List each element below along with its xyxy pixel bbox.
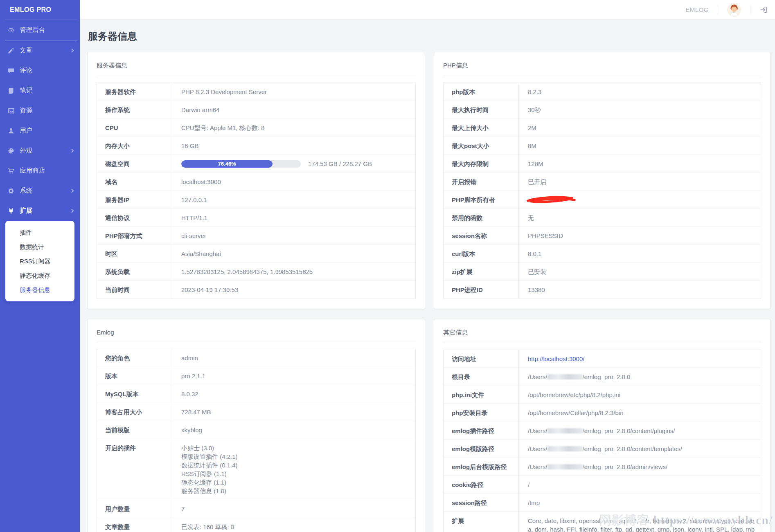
sidebar-item-extensions[interactable]: 扩展 <box>0 201 80 221</box>
sidebar-item-notes[interactable]: 笔记 <box>0 81 80 101</box>
row-value: 无 <box>519 209 761 227</box>
cart-icon <box>7 167 15 175</box>
row-label: 系统负载 <box>97 263 172 281</box>
table-row: 用户数量7 <box>97 500 416 518</box>
row-label: 服务器软件 <box>97 83 172 101</box>
plugin-list-item: 服务器信息 (1.0) <box>181 487 410 495</box>
row-label: 扩展 <box>444 512 519 532</box>
blurred-text <box>547 446 583 451</box>
sidebar-item-store[interactable]: 应用商店 <box>0 161 80 181</box>
row-value: Core, date, libxml, openssl, pcre, sqlit… <box>519 512 761 532</box>
sidebar-item-label: 资源 <box>20 106 32 115</box>
sidebar-item-system[interactable]: 系统 <box>0 181 80 201</box>
sidebar-item-label: 系统 <box>20 186 32 195</box>
table-row: 磁盘空间76.46%174.53 GB / 228.27 GB <box>97 155 416 173</box>
table-row: PHP部署方式cli-server <box>97 227 416 245</box>
sidebar-item-label: 评论 <box>20 66 32 75</box>
row-label: emlog模版路径 <box>444 440 519 458</box>
card-title: 服务器信息 <box>97 59 416 76</box>
path-suffix: /emlog_pro_2.0.0/content/templates/ <box>583 445 683 452</box>
row-value: HTTP/1.1 <box>172 209 416 227</box>
row-value: 小贴士 (3.0)模版设置插件 (4.2.1)数据统计插件 (0.1.4)RSS… <box>172 439 416 500</box>
submenu-item-static-cache[interactable]: 静态化缓存 <box>5 268 74 283</box>
row-value: /opt/homebrew/etc/php/8.2/php.ini <box>519 386 761 404</box>
table-row: emlog插件路径/Users//emlog_pro_2.0.0/content… <box>444 422 761 440</box>
sidebar-item-label: 文章 <box>20 46 32 55</box>
row-value: /Users//emlog_pro_2.0.0/admin/views/ <box>519 458 761 476</box>
table-row: 根目录/Users//emlog_pro_2.0.0 <box>444 368 761 386</box>
row-label: 开启的插件 <box>97 439 172 500</box>
row-value: 已开启 <box>519 173 761 191</box>
row-value: /Users//emlog_pro_2.0.0/content/template… <box>519 440 761 458</box>
app-logo: EMLOG PRO <box>0 0 80 20</box>
table-row: php版本8.2.3 <box>444 83 761 101</box>
progress-fill: 76.46% <box>181 160 273 168</box>
row-label: curl版本 <box>444 245 519 263</box>
row-label: 您的角色 <box>97 349 172 367</box>
row-label: 最大post大小 <box>444 137 519 155</box>
chevron-right-icon <box>70 209 74 213</box>
sidebar-item-resources[interactable]: 资源 <box>0 101 80 121</box>
row-value: 8.2.3 <box>519 83 761 101</box>
sidebar-item-dashboard[interactable]: 管理后台 <box>0 20 80 40</box>
logout-icon[interactable] <box>759 6 768 14</box>
sidebar-item-posts[interactable]: 文章 <box>0 40 80 61</box>
row-label: session名称 <box>444 227 519 245</box>
row-value: 已发表: 160 草稿: 0 <box>172 518 416 532</box>
row-label: 根目录 <box>444 368 519 386</box>
user-avatar[interactable] <box>727 3 741 17</box>
submenu-item-rss[interactable]: RSS订阅器 <box>5 254 74 268</box>
row-value: Asia/Shanghai <box>172 245 416 263</box>
path-suffix: /emlog_pro_2.0.0/admin/views/ <box>583 463 668 470</box>
plugin-list-item: 静态化缓存 (1.1) <box>181 478 410 487</box>
sidebar-submenu: 插件数据统计RSS订阅器静态化缓存服务器信息 <box>5 221 74 301</box>
blurred-text <box>547 464 583 469</box>
sidebar-item-appearance[interactable]: 外观 <box>0 141 80 161</box>
row-label: 禁用的函数 <box>444 209 519 227</box>
row-label: 操作系统 <box>97 101 172 119</box>
plugin-list: 小贴士 (3.0)模版设置插件 (4.2.1)数据统计插件 (0.1.4)RSS… <box>181 444 410 495</box>
card-emlog: Emlog您的角色admin版本pro 2.1.1MySQL版本8.0.32博客… <box>87 319 425 532</box>
row-value: 8M <box>519 137 761 155</box>
submenu-item-stats[interactable]: 数据统计 <box>5 240 74 254</box>
row-value: xkyblog <box>172 421 416 439</box>
card-other-info: 其它信息访问地址http://localhost:3000/根目录/Users/… <box>434 319 770 532</box>
site-home-link[interactable]: EMLOG <box>685 6 709 13</box>
row-value: 13380 <box>519 281 761 299</box>
row-label: 时区 <box>97 245 172 263</box>
row-label: 版本 <box>97 367 172 385</box>
table-row: 最大执行时间30秒 <box>444 101 761 119</box>
info-table: 您的角色admin版本pro 2.1.1MySQL版本8.0.32博客占用大小7… <box>97 349 416 532</box>
redaction-scribble-icon <box>526 196 578 204</box>
table-row: zip扩展已安装 <box>444 263 761 281</box>
row-value: 已安装 <box>519 263 761 281</box>
sidebar-item-label: 用户 <box>20 126 32 135</box>
sidebar-item-users[interactable]: 用户 <box>0 121 80 141</box>
submenu-item-server-info[interactable]: 服务器信息 <box>5 283 74 297</box>
row-label: 文章数量 <box>97 518 172 532</box>
user-icon <box>7 127 15 135</box>
blurred-text <box>547 374 583 379</box>
row-label: 通信协议 <box>97 209 172 227</box>
chevron-right-icon <box>70 149 74 153</box>
row-label: emlog后台模版路径 <box>444 458 519 476</box>
table-row: 当前时间2023-04-19 17:39:53 <box>97 281 416 299</box>
row-label: PHP进程ID <box>444 281 519 299</box>
table-row: 禁用的函数无 <box>444 209 761 227</box>
sidebar-item-label: 笔记 <box>20 86 32 95</box>
row-value: /Users//emlog_pro_2.0.0 <box>519 368 761 386</box>
value-link[interactable]: http://localhost:3000/ <box>528 355 584 362</box>
row-label: 当前模版 <box>97 421 172 439</box>
table-row: PHP脚本所有者zh <box>444 191 761 209</box>
row-label: PHP部署方式 <box>97 227 172 245</box>
topbar: EMLOG <box>80 0 775 20</box>
sidebar-item-comments[interactable]: 评论 <box>0 61 80 81</box>
plug-icon <box>7 207 15 215</box>
table-row: 系统负载1.52783203125, 2.0458984375, 1.99853… <box>97 263 416 281</box>
chevron-right-icon <box>70 189 74 193</box>
row-label: 磁盘空间 <box>97 155 172 173</box>
pencil-icon <box>7 47 15 54</box>
row-label: 用户数量 <box>97 500 172 518</box>
row-value: localhost:3000 <box>172 173 416 191</box>
submenu-item-plugins[interactable]: 插件 <box>5 225 74 240</box>
